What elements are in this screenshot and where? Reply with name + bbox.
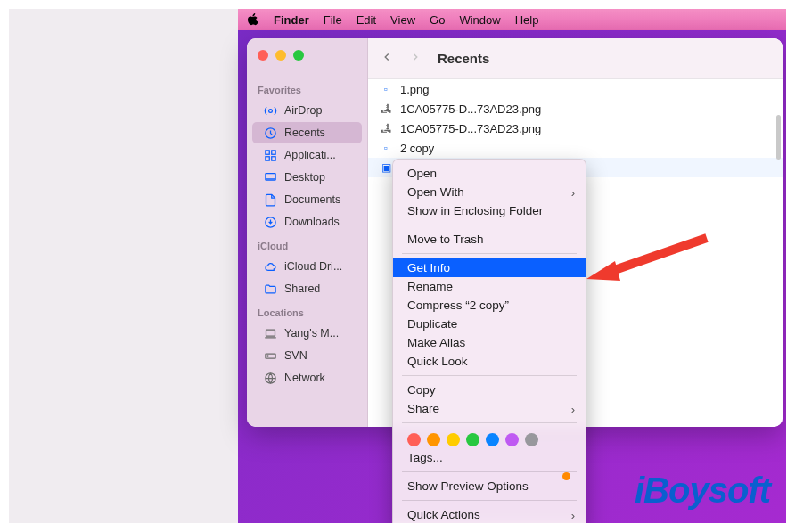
ctx-open-with[interactable]: Open With› — [393, 183, 586, 201]
laptop-icon — [263, 326, 277, 340]
ctx-copy[interactable]: Copy — [393, 381, 586, 399]
icloud-icon — [263, 259, 277, 274]
menubar-item-view[interactable]: View — [390, 13, 415, 27]
minimize-button[interactable] — [275, 50, 286, 61]
svg-rect-5 — [271, 156, 275, 160]
selected-file-icon: ▣ — [379, 160, 393, 175]
svg-point-10 — [266, 355, 267, 356]
sidebar-item-label: Documents — [284, 193, 351, 206]
sidebar-item-applications[interactable]: Applicati... — [252, 144, 362, 166]
ctx-move-to-trash[interactable]: Move to Trash — [393, 230, 586, 249]
ctx-quick-look[interactable]: Quick Look — [393, 352, 586, 371]
menubar-app-name[interactable]: Finder — [274, 13, 309, 27]
tag-green[interactable] — [466, 433, 479, 446]
sidebar-item-icloud-drive[interactable]: iCloud Dri... — [252, 256, 362, 277]
sidebar-header-favorites: Favorites — [247, 78, 367, 99]
file-row[interactable]: ▫ 1.png — [368, 79, 783, 99]
recents-icon — [263, 126, 277, 140]
folder-icon: ▫ — [379, 82, 393, 96]
chevron-right-icon: › — [571, 186, 575, 200]
toolbar: Recents — [368, 38, 783, 79]
apple-menu-icon[interactable] — [247, 13, 259, 26]
ctx-duplicate[interactable]: Duplicate — [393, 315, 586, 333]
network-icon — [263, 371, 277, 385]
tag-gray[interactable] — [525, 433, 538, 446]
sidebar-item-label: Network — [284, 372, 351, 384]
separator — [402, 253, 577, 254]
menubar-item-window[interactable]: Window — [459, 13, 500, 27]
sidebar-item-label: SVN — [284, 349, 351, 362]
sidebar-item-downloads[interactable]: Downloads — [252, 211, 362, 233]
zoom-button[interactable] — [293, 50, 304, 61]
ctx-label: Share — [407, 402, 439, 415]
airdrop-icon — [263, 103, 277, 118]
sidebar-item-desktop[interactable]: Desktop — [252, 167, 362, 188]
sidebar-item-shared[interactable]: Shared — [252, 278, 362, 299]
menubar-item-file[interactable]: File — [324, 13, 342, 27]
sidebar-item-label: iCloud Dri... — [284, 260, 351, 273]
close-button[interactable] — [258, 50, 268, 61]
sidebar-item-label: Shared — [284, 282, 351, 295]
sidebar: Favorites AirDrop Recents Applicati... D… — [247, 38, 368, 427]
drive-icon — [263, 348, 277, 363]
documents-icon — [263, 192, 277, 207]
ctx-show-enclosing[interactable]: Show in Enclosing Folder — [393, 201, 586, 220]
image-file-icon: 🏞 — [379, 102, 393, 116]
sidebar-header-icloud: iCloud — [247, 233, 367, 255]
file-row[interactable]: 🏞 1CA05775-D...73AD23.png — [368, 119, 783, 138]
ctx-show-preview-options[interactable]: Show Preview Options — [393, 477, 586, 495]
chevron-right-icon: › — [571, 509, 575, 522]
svg-rect-4 — [265, 156, 268, 160]
sidebar-item-label: Applicati... — [284, 149, 351, 161]
sidebar-item-label: Desktop — [284, 171, 351, 184]
separator — [402, 471, 577, 472]
ctx-rename[interactable]: Rename — [393, 277, 586, 296]
ctx-label: Quick Actions — [407, 508, 480, 521]
ctx-get-info[interactable]: Get Info — [393, 258, 586, 277]
sidebar-item-documents[interactable]: Documents — [252, 189, 362, 210]
forward-button[interactable] — [409, 51, 425, 67]
file-name: 1CA05775-D...73AD23.png — [400, 122, 541, 135]
downloads-icon — [263, 215, 277, 229]
folder-icon: ▫ — [379, 141, 393, 155]
file-name: 1CA05775-D...73AD23.png — [400, 102, 541, 116]
shared-folder-icon — [263, 282, 277, 296]
file-name: 1.png — [400, 83, 430, 96]
sidebar-item-label: AirDrop — [284, 104, 351, 117]
applications-icon — [263, 148, 277, 162]
watermark: iBoysoft — [635, 471, 770, 511]
sidebar-item-mac[interactable]: Yang's M... — [252, 323, 362, 344]
ctx-share[interactable]: Share› — [393, 399, 586, 418]
back-button[interactable] — [381, 51, 397, 67]
svg-rect-3 — [271, 150, 275, 153]
tag-purple[interactable] — [505, 433, 519, 446]
ctx-open[interactable]: Open — [393, 164, 586, 183]
separator — [402, 500, 577, 501]
sidebar-item-network[interactable]: Network — [252, 367, 362, 389]
menubar-item-edit[interactable]: Edit — [357, 13, 376, 27]
tag-orange[interactable] — [427, 433, 440, 446]
separator — [402, 422, 577, 423]
window-title: Recents — [438, 51, 489, 66]
menubar-item-go[interactable]: Go — [430, 13, 445, 27]
tag-blue[interactable] — [486, 433, 499, 446]
sidebar-item-airdrop[interactable]: AirDrop — [252, 100, 362, 121]
svg-point-0 — [268, 109, 272, 112]
file-row[interactable]: ▫ 2 copy — [368, 138, 783, 158]
ctx-quick-actions[interactable]: Quick Actions› — [393, 505, 586, 524]
tag-yellow[interactable] — [447, 433, 460, 446]
watermark-dot — [562, 472, 570, 480]
ctx-compress[interactable]: Compress “2 copy” — [393, 296, 586, 315]
ctx-tags[interactable]: Tags... — [393, 448, 586, 467]
menubar-item-help[interactable]: Help — [515, 13, 539, 27]
menubar: Finder File Edit View Go Window Help — [238, 9, 786, 30]
sidebar-item-recents[interactable]: Recents — [252, 122, 362, 143]
separator — [402, 225, 577, 225]
scrollbar[interactable] — [776, 115, 781, 160]
desktop-icon — [263, 170, 277, 184]
sidebar-item-svn[interactable]: SVN — [252, 345, 362, 366]
file-row[interactable]: 🏞 1CA05775-D...73AD23.png — [368, 99, 783, 119]
ctx-make-alias[interactable]: Make Alias — [393, 333, 586, 352]
tag-red[interactable] — [407, 433, 421, 446]
file-name: 2 copy — [400, 142, 434, 155]
